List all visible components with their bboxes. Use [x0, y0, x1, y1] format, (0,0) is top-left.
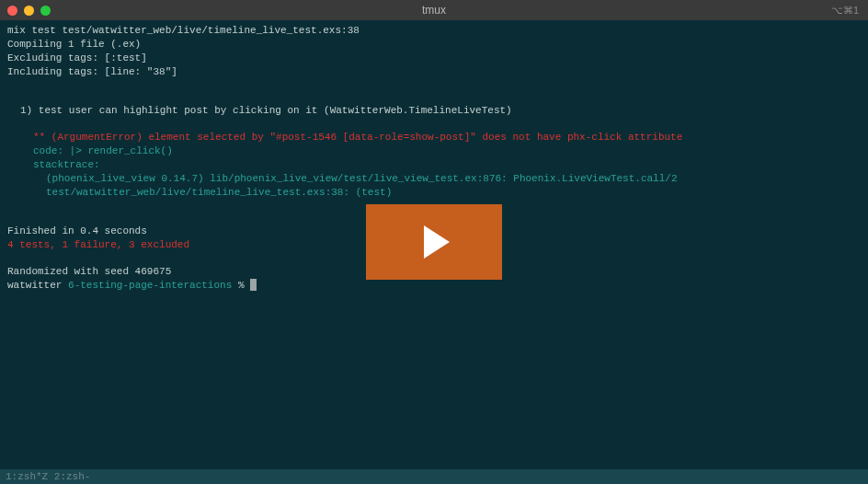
- prompt-line[interactable]: watwitter 6-testing-page-interactions %: [7, 279, 861, 293]
- trace-line-1: (phoenix_live_view 0.14.7) lib/phoenix_l…: [7, 172, 861, 186]
- minimize-window-button[interactable]: [24, 6, 34, 16]
- prompt-symbol: %: [238, 280, 245, 291]
- statusbar-windows[interactable]: 1:zsh*Z 2:zsh-: [6, 471, 90, 482]
- trace-line-2: test/watwitter_web/live/timeline_live_te…: [7, 186, 861, 200]
- window-title: tmux: [422, 4, 446, 17]
- excluding-line: Excluding tags: [:test]: [7, 52, 861, 65]
- stacktrace-label: stacktrace:: [7, 158, 861, 172]
- tmux-statusbar: 1:zsh*Z 2:zsh-: [0, 469, 868, 484]
- prompt-host: watwitter: [7, 280, 62, 291]
- close-window-button[interactable]: [7, 6, 17, 16]
- code-line: code: |> render_click(): [7, 144, 861, 158]
- traffic-lights: [7, 6, 51, 16]
- maximize-window-button[interactable]: [40, 6, 51, 16]
- window-titlebar: tmux ⌥⌘1: [0, 0, 868, 20]
- compiling-line: Compiling 1 file (.ex): [7, 38, 861, 52]
- command-line: mix test test/watwitter_web/live/timelin…: [7, 24, 861, 38]
- prompt-branch: 6-testing-page-interactions: [68, 280, 232, 291]
- play-button[interactable]: [366, 204, 502, 280]
- test-header: 1) test user can highlight post by click…: [7, 104, 861, 118]
- window-right-indicator: ⌥⌘1: [831, 5, 859, 17]
- play-icon: [424, 225, 450, 259]
- cursor: [250, 279, 257, 291]
- error-line: ** (ArgumentError) element selected by "…: [7, 131, 861, 144]
- including-line: Including tags: [line: "38"]: [7, 65, 861, 79]
